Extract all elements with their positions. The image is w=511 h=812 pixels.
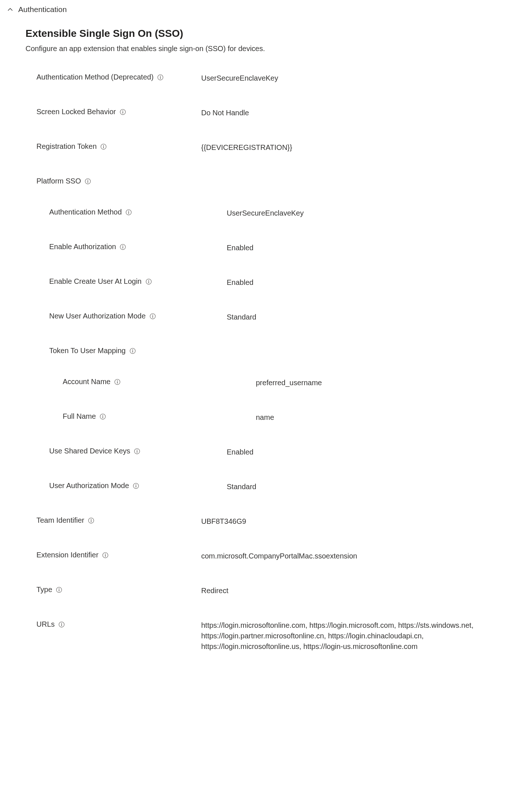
label-psso-user-auth-mode: User Authorization Mode [49,482,129,490]
svg-point-34 [137,449,137,450]
svg-point-49 [61,623,62,623]
field-registration-token: Registration Token {{DEVICEREGISTRATION}… [26,142,504,153]
label-screen-locked-behavior: Screen Locked Behavior [36,108,116,116]
svg-point-22 [152,314,153,315]
svg-point-1 [160,76,161,76]
page-description: Configure an app extension that enables … [26,45,504,53]
info-icon[interactable] [129,348,136,354]
svg-rect-11 [87,181,88,183]
section-title: Authentication [18,5,67,14]
info-icon[interactable] [100,143,107,150]
info-icon[interactable] [134,448,140,455]
label-psso-use-shared-device-keys: Use Shared Device Keys [49,447,130,455]
svg-point-19 [148,280,149,281]
label-ttum-full-name: Full Name [63,412,96,421]
svg-point-4 [122,110,123,111]
label-extension-identifier: Extension Identifier [36,551,98,559]
info-icon[interactable] [120,109,126,115]
value-psso-use-shared-device-keys: Enabled [227,447,504,457]
info-icon[interactable] [102,552,109,558]
field-auth-method-deprecated: Authentication Method (Deprecated) UserS… [26,73,504,84]
field-platform-sso: Platform SSO [26,177,504,188]
info-icon[interactable] [100,413,106,420]
label-psso-auth-method: Authentication Method [49,208,122,216]
svg-rect-44 [105,554,106,557]
value-psso-auth-method: UserSecureEnclaveKey [227,208,504,219]
field-type: Type Redirect [26,585,504,596]
field-extension-identifier: Extension Identifier com.microsoft.Compa… [26,551,504,562]
svg-rect-8 [104,146,104,148]
info-icon[interactable] [85,178,91,185]
section-header-authentication[interactable]: Authentication [7,4,504,20]
svg-point-16 [122,245,123,246]
value-psso-user-auth-mode: Standard [227,482,504,492]
svg-rect-20 [148,281,149,283]
svg-point-40 [91,519,91,519]
value-psso-new-user-auth-mode: Standard [227,312,504,322]
field-urls: URLs https://login.microsoftonline.com, … [26,620,504,652]
info-icon[interactable] [88,517,94,524]
svg-rect-26 [132,350,133,352]
value-ttum-account-name: preferred_username [256,378,504,388]
info-icon[interactable] [157,74,164,81]
svg-rect-38 [136,485,136,487]
svg-rect-50 [61,624,62,626]
info-icon[interactable] [120,244,126,250]
value-registration-token: {{DEVICEREGISTRATION}} [201,142,504,153]
field-ttum-account-name: Account Name preferred_username [26,378,504,388]
svg-point-13 [128,210,129,211]
svg-rect-29 [117,381,118,383]
svg-point-25 [132,349,133,350]
svg-rect-17 [123,246,124,248]
svg-rect-35 [137,451,138,453]
label-registration-token: Registration Token [36,142,97,151]
svg-rect-2 [160,77,161,79]
label-ttum-account-name: Account Name [63,378,110,386]
label-urls: URLs [36,620,55,629]
info-icon[interactable] [125,209,132,216]
field-psso-user-auth-mode: User Authorization Mode Standard [26,482,504,492]
field-psso-token-to-user-mapping: Token To User Mapping [26,347,504,357]
info-icon[interactable] [145,278,152,285]
svg-rect-47 [59,589,60,591]
svg-rect-23 [152,316,153,318]
value-extension-identifier: com.microsoft.CompanyPortalMac.ssoextens… [201,551,504,561]
svg-point-37 [136,484,136,485]
label-psso-enable-authorization: Enable Authorization [49,243,116,251]
svg-rect-32 [102,416,103,418]
field-screen-locked-behavior: Screen Locked Behavior Do Not Handle [26,108,504,119]
svg-point-10 [87,179,88,180]
svg-point-31 [102,415,103,415]
value-team-identifier: UBF8T346G9 [201,516,504,527]
field-team-identifier: Team Identifier UBF8T346G9 [26,516,504,527]
info-icon[interactable] [133,483,139,489]
svg-point-28 [117,380,118,381]
label-auth-method-deprecated: Authentication Method (Deprecated) [36,73,153,81]
value-ttum-full-name: name [256,412,504,423]
svg-point-46 [59,588,59,589]
info-icon[interactable] [114,379,121,385]
value-urls: https://login.microsoftonline.com, https… [201,620,504,652]
field-psso-auth-method: Authentication Method UserSecureEnclaveK… [26,208,504,219]
field-psso-new-user-auth-mode: New User Authorization Mode Standard [26,312,504,323]
info-icon[interactable] [149,313,156,320]
svg-rect-14 [128,212,129,214]
value-psso-enable-create-user: Enabled [227,277,504,288]
label-psso-token-to-user-mapping: Token To User Mapping [49,347,126,355]
value-screen-locked-behavior: Do Not Handle [201,108,504,118]
value-auth-method-deprecated: UserSecureEnclaveKey [201,73,504,84]
label-platform-sso: Platform SSO [36,177,81,185]
chevron-up-icon [7,7,13,12]
svg-point-43 [105,553,106,554]
value-psso-enable-authorization: Enabled [227,243,504,253]
value-type: Redirect [201,585,504,596]
field-psso-enable-create-user: Enable Create User At Login Enabled [26,277,504,288]
field-ttum-full-name: Full Name name [26,412,504,423]
field-psso-use-shared-device-keys: Use Shared Device Keys Enabled [26,447,504,458]
info-icon[interactable] [56,587,62,593]
label-psso-enable-create-user: Enable Create User At Login [49,277,142,286]
label-psso-new-user-auth-mode: New User Authorization Mode [49,312,146,320]
svg-rect-41 [91,520,91,522]
page-title: Extensible Single Sign On (SSO) [26,28,504,39]
info-icon[interactable] [58,621,65,628]
